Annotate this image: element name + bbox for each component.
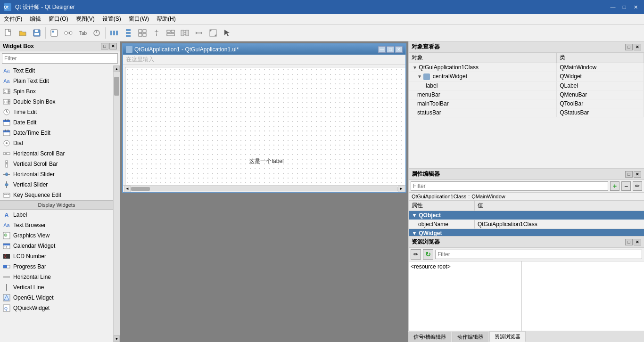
widget-item-horizontal-slider[interactable]: Horizontal Slider bbox=[0, 169, 113, 179]
svg-text:12: 12 bbox=[4, 246, 8, 249]
svg-rect-20 bbox=[139, 33, 142, 36]
svg-rect-13 bbox=[113, 31, 115, 35]
layout-break-button[interactable] bbox=[192, 26, 206, 40]
widget-item-text-browser[interactable]: Aa Text Browser bbox=[0, 220, 113, 230]
widget-box-scrollbar[interactable]: ▲ ▼ bbox=[113, 65, 120, 342]
resource-refresh-btn[interactable]: ↻ bbox=[423, 249, 433, 260]
resource-browser-float-btn[interactable]: □ bbox=[625, 239, 633, 245]
widget-item-plain-text-edit[interactable]: Aa Plain Text Edit bbox=[0, 76, 113, 86]
widget-item-double-spin-box[interactable]: 1.0 Double Spin Box bbox=[0, 97, 113, 107]
property-filter-input[interactable] bbox=[411, 181, 608, 191]
connect-mode-button[interactable] bbox=[62, 26, 75, 40]
widget-item-vertical-line[interactable]: Vertical Line bbox=[0, 282, 113, 293]
menu-file[interactable]: 文件(F) bbox=[0, 14, 26, 24]
prop-row-objectname[interactable]: objectName QtGuiApplication1Class bbox=[409, 220, 644, 229]
scroll-right-arrow[interactable]: ► bbox=[398, 186, 405, 192]
scroll-up-arrow[interactable]: ▲ bbox=[114, 65, 120, 72]
widget-item-lcd-number[interactable]: 8 LCD Number bbox=[0, 251, 113, 261]
scroll-track-h[interactable] bbox=[131, 187, 398, 191]
scroll-thumb[interactable] bbox=[114, 77, 119, 96]
table-row[interactable]: statusBar QStatusBar bbox=[409, 108, 644, 117]
layout-v-button[interactable] bbox=[122, 26, 135, 40]
widget-filter-input[interactable] bbox=[2, 53, 118, 64]
designer-close-btn[interactable]: ✕ bbox=[395, 46, 403, 53]
widget-item-graphics-view[interactable]: Graphics View bbox=[0, 230, 113, 241]
menu-edit[interactable]: 编辑 bbox=[26, 14, 45, 24]
tab-actions[interactable]: 动作编辑器 bbox=[452, 332, 488, 342]
prop-edit-btn[interactable]: ✏ bbox=[633, 181, 642, 191]
widget-item-date-edit[interactable]: Date Edit bbox=[0, 117, 113, 128]
widget-item-time-edit[interactable]: Time Edit bbox=[0, 107, 113, 117]
menu-help[interactable]: 帮助(H) bbox=[153, 14, 180, 24]
minimize-button[interactable]: — bbox=[608, 2, 618, 12]
prop-section-qwidget[interactable]: ▼ QWidget bbox=[409, 229, 644, 236]
widget-item-spin-box[interactable]: 1 Spin Box bbox=[0, 86, 113, 97]
prop-remove-btn[interactable]: − bbox=[621, 181, 631, 191]
widget-item-datetime-edit[interactable]: Date/Time Edit bbox=[0, 128, 113, 138]
widget-item-qquick-widget[interactable]: Q QQuickWidget bbox=[0, 303, 113, 313]
widget-mode-button[interactable] bbox=[48, 26, 61, 40]
pencil-icon: ✏ bbox=[413, 251, 418, 258]
widget-item-horizontal-line[interactable]: Horizontal Line bbox=[0, 272, 113, 282]
layout-h-button[interactable] bbox=[107, 26, 121, 40]
widget-item-horizontal-scroll-bar[interactable]: Horizontal Scroll Bar bbox=[0, 148, 113, 159]
resource-pencil-btn[interactable]: ✏ bbox=[411, 249, 421, 260]
layout-form-button[interactable] bbox=[164, 26, 177, 40]
tab-signals[interactable]: 信号/槽编辑器 bbox=[408, 332, 451, 342]
widget-item-vertical-scroll-bar[interactable]: Vertical Scroll Bar bbox=[0, 159, 113, 169]
widget-item-vertical-slider[interactable]: Vertical Slider bbox=[0, 179, 113, 190]
close-button[interactable]: ✕ bbox=[631, 2, 640, 12]
layout-grid-h-button[interactable] bbox=[136, 26, 149, 40]
svg-rect-26 bbox=[171, 30, 174, 33]
widget-item-progress-bar[interactable]: Progress Bar bbox=[0, 261, 113, 272]
widget-item-text-edit[interactable]: Aa Text Edit bbox=[0, 65, 113, 76]
widget-item-key-sequence-edit[interactable]: Key Sequence Edit bbox=[0, 190, 113, 200]
resource-filter-input[interactable] bbox=[435, 250, 642, 259]
layout-splitter-button[interactable] bbox=[178, 26, 191, 40]
save-button[interactable] bbox=[30, 26, 43, 40]
tab-resources[interactable]: 资源浏览器 bbox=[489, 331, 526, 342]
menu-view[interactable]: 窗口(O) bbox=[45, 14, 72, 24]
table-row[interactable]: label QLabel bbox=[409, 81, 644, 90]
new-button[interactable] bbox=[2, 26, 15, 40]
pointer-button[interactable] bbox=[221, 26, 234, 40]
designer-scrollbar-horizontal[interactable]: ◄ ► bbox=[123, 185, 405, 192]
table-row[interactable]: ▼ QtGuiApplication1Class QMainWindow bbox=[409, 63, 644, 72]
property-editor-close-btn[interactable]: ✕ bbox=[634, 171, 641, 178]
scroll-thumb-h[interactable] bbox=[131, 187, 150, 191]
designer-canvas[interactable]: 这是一个label bbox=[125, 67, 405, 185]
widget-item-opengl-widget[interactable]: OpenGL Widget bbox=[0, 293, 113, 303]
svg-rect-67 bbox=[5, 184, 8, 186]
adjust-size-button[interactable] bbox=[206, 26, 220, 40]
layout-v-break-button[interactable] bbox=[150, 26, 163, 40]
scroll-left-arrow[interactable]: ◄ bbox=[124, 186, 131, 192]
property-editor-float-btn[interactable]: □ bbox=[625, 171, 633, 178]
designer-canvas-container[interactable]: 这是一个label bbox=[123, 65, 405, 185]
widget-box-float-btn[interactable]: □ bbox=[101, 43, 108, 49]
maximize-button[interactable]: □ bbox=[619, 2, 629, 12]
widget-item-label[interactable]: A Label bbox=[0, 210, 113, 220]
table-row[interactable]: mainToolBar QToolBar bbox=[409, 99, 644, 108]
svg-rect-44 bbox=[8, 99, 10, 102]
menu-setup[interactable]: 设置(S) bbox=[99, 14, 125, 24]
designer-minimize-btn[interactable]: — bbox=[378, 46, 386, 53]
scroll-down-arrow[interactable]: ▼ bbox=[114, 335, 120, 342]
tab-order-button[interactable]: Tab bbox=[76, 26, 89, 40]
date-edit-icon bbox=[3, 119, 10, 126]
object-inspector-float-btn[interactable]: □ bbox=[625, 44, 633, 50]
widget-item-dial[interactable]: Dial bbox=[0, 138, 113, 148]
open-button[interactable] bbox=[16, 26, 29, 40]
resource-browser-close-btn[interactable]: ✕ bbox=[634, 239, 641, 245]
svg-rect-5 bbox=[52, 31, 54, 33]
widget-item-calendar-widget[interactable]: 12 Calendar Widget bbox=[0, 241, 113, 251]
table-row[interactable]: menuBar QMenuBar bbox=[409, 90, 644, 99]
designer-maximize-btn[interactable]: □ bbox=[387, 46, 394, 53]
buddy-mode-button[interactable] bbox=[90, 26, 103, 40]
prop-add-btn[interactable]: + bbox=[610, 181, 619, 191]
menu-settings[interactable]: 视图(V) bbox=[72, 14, 99, 24]
menu-window[interactable]: 窗口(W) bbox=[125, 14, 153, 24]
table-row[interactable]: ▼ centralWidget QWidget bbox=[409, 72, 644, 81]
prop-section-qobject[interactable]: ▼ QObject bbox=[409, 211, 644, 220]
object-inspector-close-btn[interactable]: ✕ bbox=[634, 44, 641, 50]
widget-box-close-btn[interactable]: ✕ bbox=[109, 43, 117, 49]
